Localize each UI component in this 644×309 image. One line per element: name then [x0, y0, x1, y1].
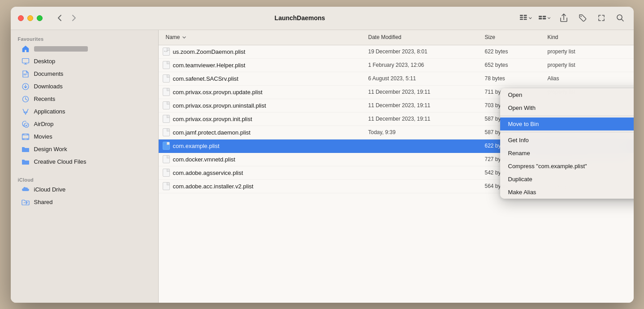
name-column-header[interactable]: Name [159, 34, 365, 40]
plist-file-icon: PLIST [162, 48, 170, 56]
finder-window: LaunchDaemons [11, 7, 634, 303]
plist-file-icon [162, 74, 170, 83]
sidebar-item-documents[interactable]: Documents [14, 68, 155, 80]
downloads-icon [22, 83, 30, 91]
sidebar-item-desktop[interactable]: Desktop [14, 55, 155, 68]
creative-cloud-folder-icon [22, 158, 30, 166]
plist-file-icon [162, 88, 170, 96]
home-label [34, 46, 88, 52]
minimize-button[interactable] [27, 15, 33, 21]
table-row[interactable]: com.teamviewer.Helper.plist 1 February 2… [159, 59, 634, 72]
sidebar-item-shared[interactable]: Shared [14, 196, 155, 209]
desktop-icon [22, 57, 30, 65]
shared-icon [22, 198, 30, 206]
svg-rect-5 [523, 19, 527, 20]
context-menu: Open Open With › Move to Bin Get Info Re… [500, 88, 634, 199]
window-title: LaunchDaemons [80, 14, 520, 22]
nav-buttons [53, 12, 80, 24]
titlebar: LaunchDaemons [11, 7, 634, 30]
applications-icon [22, 108, 30, 116]
toolbar-right [520, 12, 627, 24]
plist-file-icon [162, 182, 170, 190]
svg-rect-1 [523, 15, 527, 16]
svg-rect-6 [539, 16, 542, 17]
plist-file-icon [162, 115, 170, 123]
recents-label: Recents [34, 96, 56, 102]
plist-file-icon [162, 155, 170, 163]
creative-cloud-label: Creative Cloud Files [34, 158, 86, 165]
sidebar-item-recents[interactable]: Recents [14, 93, 155, 105]
shared-label: Shared [34, 199, 53, 205]
table-row[interactable]: com.safenet.SACSrv.plist 6 August 2023, … [159, 72, 634, 86]
ctx-open-with[interactable]: Open With › [500, 101, 634, 114]
column-headers: Name Date Modified Size Kind [159, 30, 634, 45]
share-icon[interactable] [558, 12, 570, 24]
list-view-icon[interactable] [520, 12, 532, 24]
svg-rect-4 [520, 19, 523, 20]
tag-icon[interactable] [576, 12, 589, 24]
ctx-separator-2 [500, 132, 634, 132]
sidebar-item-home[interactable] [14, 43, 155, 55]
svg-rect-8 [539, 18, 542, 19]
search-icon[interactable] [614, 12, 627, 24]
svg-rect-3 [523, 17, 527, 18]
recents-icon [22, 95, 30, 103]
svg-rect-7 [542, 16, 545, 17]
kind-column-header[interactable]: Kind [544, 34, 634, 40]
sidebar-item-icloud-drive[interactable]: iCloud Drive [14, 183, 155, 196]
plist-file-icon [162, 169, 170, 177]
sidebar-item-movies[interactable]: Movies [14, 131, 155, 143]
ctx-open[interactable]: Open [500, 88, 634, 101]
icloud-drive-icon [22, 186, 30, 194]
maximize-button[interactable] [37, 15, 43, 21]
home-icon [22, 45, 30, 53]
svg-rect-0 [520, 15, 523, 16]
plist-file-icon [162, 101, 170, 109]
sidebar-item-design-work[interactable]: Design Work [14, 143, 155, 156]
favorites-header: Favourites [11, 35, 158, 43]
plist-file-icon [162, 61, 170, 69]
sidebar-item-applications[interactable]: Applications [14, 105, 155, 118]
documents-icon [22, 70, 30, 78]
icloud-header: iCloud [11, 175, 158, 183]
ctx-rename[interactable]: Rename [500, 147, 634, 160]
design-work-folder-icon [22, 145, 30, 153]
svg-point-15 [24, 123, 29, 127]
sidebar-item-creative-cloud[interactable]: Creative Cloud Files [14, 156, 155, 168]
main-pane: Name Date Modified Size Kind PLIST us [159, 30, 634, 303]
ctx-move-to-bin[interactable]: Move to Bin [500, 118, 634, 131]
svg-point-10 [580, 16, 581, 17]
airdrop-label: AirDrop [34, 121, 54, 127]
group-icon[interactable] [539, 12, 551, 24]
airdrop-icon [22, 120, 30, 128]
ctx-separator [500, 116, 634, 116]
expand-icon[interactable] [595, 12, 608, 24]
back-button[interactable] [53, 12, 66, 24]
ctx-get-info[interactable]: Get Info [500, 134, 634, 147]
forward-button[interactable] [68, 12, 80, 24]
content-area: Favourites Desktop [11, 30, 634, 303]
date-column-header[interactable]: Date Modified [365, 34, 481, 40]
svg-rect-9 [542, 18, 545, 19]
svg-rect-2 [520, 17, 523, 18]
ctx-make-alias[interactable]: Make Alias [500, 186, 634, 199]
traffic-lights [18, 15, 43, 21]
documents-label: Documents [34, 70, 64, 77]
ctx-compress[interactable]: Compress "com.example.plist" [500, 160, 634, 173]
svg-point-11 [617, 15, 622, 20]
svg-rect-12 [22, 58, 29, 63]
icloud-drive-label: iCloud Drive [34, 186, 66, 193]
downloads-label: Downloads [34, 83, 63, 90]
table-row[interactable]: PLIST us.zoom.ZoomDaemon.plist 19 Decemb… [159, 45, 634, 59]
sidebar: Favourites Desktop [11, 30, 159, 303]
sidebar-item-airdrop[interactable]: AirDrop [14, 118, 155, 131]
desktop-label: Desktop [34, 58, 56, 65]
close-button[interactable] [18, 15, 24, 21]
plist-file-icon [162, 128, 170, 136]
sidebar-item-downloads[interactable]: Downloads [14, 80, 155, 93]
size-column-header[interactable]: Size [481, 34, 544, 40]
ctx-duplicate[interactable]: Duplicate [500, 173, 634, 186]
design-work-label: Design Work [34, 146, 67, 152]
applications-label: Applications [34, 108, 65, 115]
plist-file-icon [162, 142, 170, 150]
